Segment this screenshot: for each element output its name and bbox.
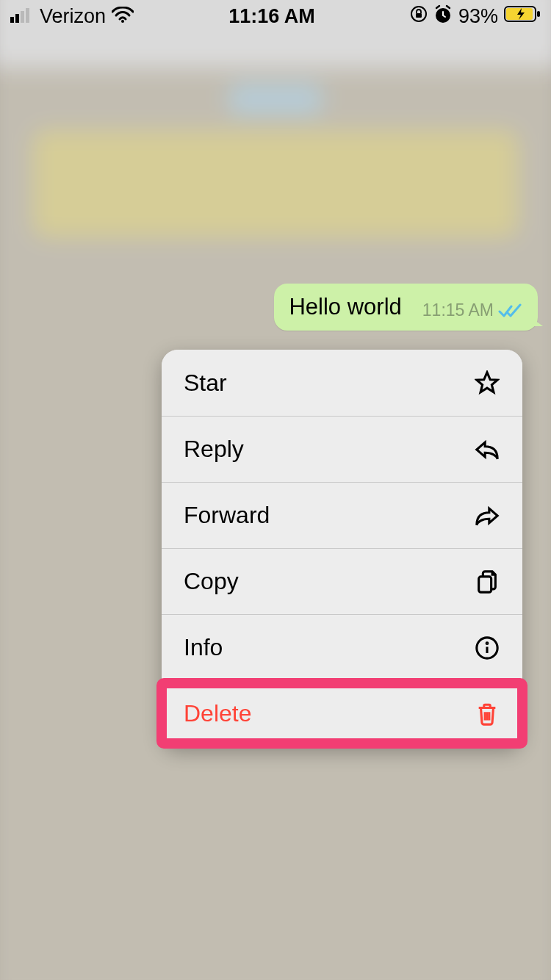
- menu-item-forward[interactable]: Forward: [162, 482, 522, 548]
- svg-point-4: [121, 20, 124, 23]
- message-timestamp: 11:15 AM: [422, 300, 494, 320]
- menu-label: Reply: [184, 436, 244, 463]
- svg-rect-11: [479, 576, 491, 591]
- battery-icon: [504, 5, 541, 28]
- cellular-signal-icon: [10, 5, 34, 28]
- wifi-icon: [112, 5, 134, 28]
- svg-rect-1: [15, 14, 19, 23]
- copy-icon: [474, 569, 500, 595]
- menu-label: Copy: [184, 568, 239, 595]
- menu-label: Delete: [184, 700, 252, 727]
- svg-point-14: [486, 642, 488, 644]
- status-time: 11:16 AM: [228, 5, 315, 28]
- message-meta: 11:15 AM: [422, 300, 523, 320]
- menu-label: Info: [184, 634, 223, 661]
- menu-item-copy[interactable]: Copy: [162, 548, 522, 614]
- battery-percentage: 93%: [458, 5, 498, 28]
- reply-icon: [474, 436, 500, 463]
- star-icon: [474, 370, 500, 396]
- menu-label: Forward: [184, 502, 270, 529]
- message-context-menu: Star Reply Forward Copy: [162, 350, 522, 746]
- message-text: Hello world: [289, 294, 401, 320]
- svg-rect-3: [26, 8, 29, 23]
- menu-label: Star: [184, 370, 227, 397]
- forward-icon: [474, 502, 500, 529]
- menu-item-info[interactable]: Info: [162, 614, 522, 680]
- svg-rect-0: [10, 17, 14, 23]
- status-bar: Verizon 11:16 AM: [0, 0, 551, 32]
- alarm-icon: [433, 4, 453, 29]
- menu-item-delete[interactable]: Delete: [162, 680, 522, 746]
- menu-item-star[interactable]: Star: [162, 350, 522, 416]
- outgoing-message-bubble[interactable]: Hello world 11:15 AM: [274, 284, 538, 331]
- carrier-label: Verizon: [40, 5, 106, 28]
- trash-icon: [474, 701, 500, 727]
- svg-rect-2: [21, 11, 24, 23]
- orientation-lock-icon: [410, 5, 428, 28]
- info-icon: [474, 635, 500, 661]
- read-receipt-icon: [498, 303, 523, 318]
- menu-item-reply[interactable]: Reply: [162, 416, 522, 482]
- svg-rect-6: [416, 13, 422, 18]
- svg-rect-10: [537, 11, 540, 17]
